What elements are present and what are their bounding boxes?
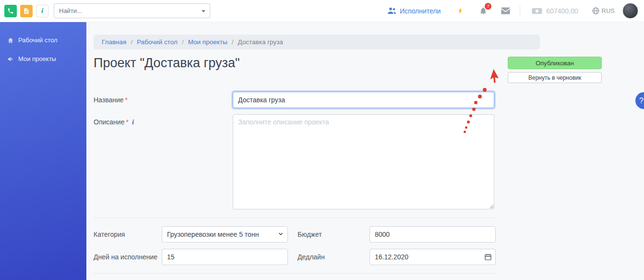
performers-label: Исполнители <box>400 7 441 15</box>
name-label: Название* <box>94 96 233 104</box>
divider <box>94 273 496 274</box>
info-icon: i <box>41 7 43 14</box>
info-icon[interactable] <box>132 118 134 126</box>
project-description-textarea[interactable] <box>233 114 494 209</box>
required-mark: * <box>126 118 128 126</box>
envelope-icon <box>501 7 510 14</box>
deadline-date-wrap <box>370 249 496 265</box>
balance-amount: 607400,00 <box>546 7 578 15</box>
revert-to-draft-button[interactable]: Вернуть в черновик <box>508 72 602 83</box>
days-deadline-row: Дней на исполнение Дедлайн <box>94 249 496 265</box>
sidebar-item-label: Рабочий стол <box>18 37 58 44</box>
info-button[interactable]: i <box>36 5 48 17</box>
globe-icon <box>592 7 600 15</box>
breadcrumb-link-desktop[interactable]: Рабочий стол <box>126 38 178 46</box>
page-title: Проект "Доставка груза" <box>94 56 240 71</box>
project-name-input[interactable] <box>233 92 494 108</box>
budget-label: Бюджет <box>298 231 370 238</box>
category-budget-row: Категория Грузоперевозки менее 5 тонн Бю… <box>94 226 496 243</box>
days-label: Дней на исполнение <box>94 253 162 261</box>
days-input[interactable] <box>162 249 288 265</box>
chevron-down-icon[interactable] <box>202 10 205 12</box>
name-row: Название* <box>94 92 496 108</box>
deadline-input[interactable] <box>370 249 496 265</box>
description-label: Описание* <box>94 114 233 126</box>
bolt-button[interactable] <box>457 6 465 15</box>
global-search <box>54 3 210 18</box>
notifications-bell[interactable]: 7 <box>479 6 488 15</box>
messages-button[interactable] <box>501 7 510 14</box>
megaphone-icon <box>7 56 14 62</box>
users-icon <box>387 7 396 14</box>
header-right: Исполнители 7 607400,00 RUS <box>387 3 644 19</box>
sidebar-item-label: Мои проекты <box>18 55 56 62</box>
performers-link[interactable]: Исполнители <box>387 7 441 15</box>
bolt-icon <box>457 6 465 15</box>
category-label: Категория <box>94 231 162 238</box>
balance-widget[interactable]: 607400,00 <box>532 7 578 15</box>
language-switcher[interactable]: RUS <box>592 7 615 15</box>
quick-buttons: i <box>0 5 48 17</box>
divider <box>94 218 496 218</box>
header-divider <box>520 5 520 17</box>
required-mark: * <box>125 96 128 104</box>
notifications-badge: 7 <box>485 3 491 10</box>
budget-input[interactable] <box>370 226 496 243</box>
category-select-wrap: Грузоперевозки менее 5 тонн <box>162 226 288 243</box>
document-button[interactable] <box>20 5 33 17</box>
top-header: i Исполнители 7 607400,00 <box>0 0 644 22</box>
question-mark-icon: ? <box>639 97 644 105</box>
breadcrumb-link-my-projects[interactable]: Мои проекты <box>178 38 227 46</box>
breadcrumb-current: Доставка груза <box>227 38 283 46</box>
money-icon <box>532 8 542 14</box>
sidebar-nav: Рабочий стол Мои проекты <box>0 22 86 68</box>
main-content: Главная Рабочий стол Мои проекты Доставк… <box>86 22 644 280</box>
project-form: Название* Описание* Категория Грузоперев… <box>94 92 496 280</box>
phone-icon <box>7 8 14 14</box>
description-row: Описание* <box>94 114 496 209</box>
phone-button[interactable] <box>4 5 17 17</box>
category-select[interactable]: Грузоперевозки менее 5 тонн <box>162 226 288 243</box>
title-row: Проект "Доставка груза" Опубликован Верн… <box>94 56 602 83</box>
sidebar: Рабочий стол Мои проекты <box>0 22 86 280</box>
breadcrumb: Главная Рабочий стол Мои проекты Доставк… <box>94 35 540 49</box>
breadcrumb-link-home[interactable]: Главная <box>102 38 126 46</box>
avatar[interactable] <box>622 3 638 19</box>
document-icon <box>23 8 30 14</box>
sidebar-item-my-projects[interactable]: Мои проекты <box>0 49 86 68</box>
status-panel: Опубликован Вернуть в черновик <box>508 57 602 83</box>
sidebar-item-desktop[interactable]: Рабочий стол <box>0 31 86 49</box>
home-icon <box>7 37 14 44</box>
language-label: RUS <box>602 7 615 14</box>
published-status-button[interactable]: Опубликован <box>508 57 602 69</box>
deadline-label: Дедлайн <box>298 253 370 261</box>
search-input[interactable] <box>54 3 210 18</box>
